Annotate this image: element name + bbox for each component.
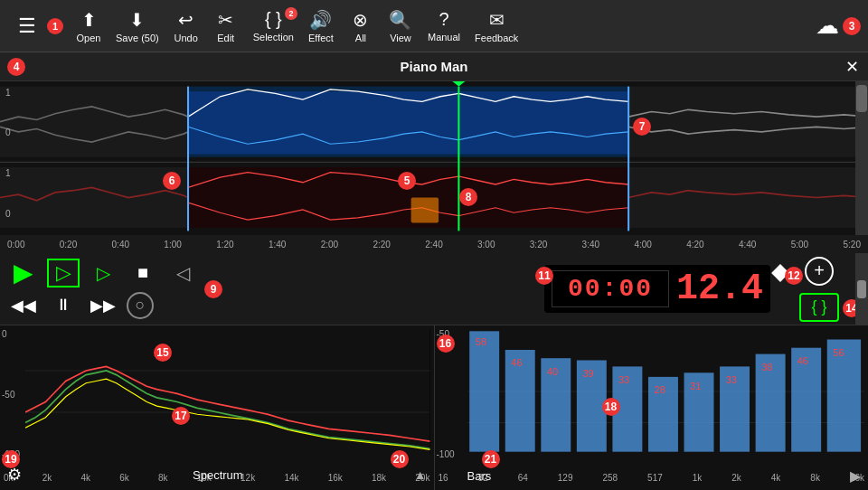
save-label: Save (50) [116, 33, 159, 43]
save-button[interactable]: ⬇ Save (50) [108, 5, 166, 47]
bars-panel: -50 -100 58 46 40 39 [435, 325, 869, 490]
save-icon: ⬇ [129, 9, 145, 31]
waveform-svg: 1 0 1 0 [0, 81, 868, 253]
edit-icon: ✂ [218, 9, 233, 31]
feedback-button[interactable]: ✉ Feedback [467, 5, 525, 47]
pitch-button[interactable]: ○ [127, 292, 154, 319]
badge-18: 18 [602, 398, 620, 416]
right-controls: + { } [799, 257, 839, 322]
undo-button[interactable]: ↩ Undo [166, 5, 206, 47]
y-0: 0 [2, 329, 20, 339]
edit-label: Edit [217, 33, 234, 43]
time-5: 1:40 [269, 240, 286, 250]
badge-16: 16 [437, 335, 455, 353]
pause-button[interactable]: ⏸ [47, 291, 80, 320]
open-label: Open [77, 33, 101, 43]
time-10: 3:20 [530, 240, 547, 250]
edit-button[interactable]: ✂ Edit [206, 5, 246, 47]
undo-icon: ↩ [178, 9, 193, 31]
spectrum-plot [25, 329, 430, 454]
manual-icon: ? [439, 9, 448, 30]
view-icon: 🔍 [389, 9, 411, 31]
all-button[interactable]: ⊗ All [341, 5, 381, 47]
badge-4: 4 [7, 58, 25, 76]
controls-scrollbar[interactable] [855, 253, 868, 325]
time-8: 2:40 [425, 240, 442, 250]
svg-text:39: 39 [582, 368, 593, 379]
scrollbar-thumb[interactable] [856, 85, 867, 112]
time-6: 2:00 [321, 240, 338, 250]
volume-button[interactable]: ◁ [166, 259, 199, 287]
badge-3: 3 [843, 17, 861, 35]
time-11: 3:40 [582, 240, 599, 250]
manual-button[interactable]: ? Manual [420, 5, 467, 46]
time-16: 5:20 [844, 240, 861, 250]
play-button[interactable]: ▶ [7, 259, 40, 287]
badge-12: 12 [785, 267, 803, 285]
spectrum-up-triangle[interactable]: ▲ [414, 467, 427, 482]
svg-rect-18 [25, 329, 430, 454]
spectrum-settings-row: ⚙ Spectrum ▲ [0, 465, 434, 485]
badge-6: 6 [163, 172, 181, 190]
spectrum-svg [25, 329, 430, 454]
svg-text:0: 0 [5, 207, 11, 219]
effect-button[interactable]: 🔊 Effect [301, 5, 341, 47]
manual-label: Manual [428, 32, 460, 42]
bars-settings-row: Bars ▶ [435, 467, 869, 485]
open-button[interactable]: ⬆ Open [69, 5, 108, 47]
all-icon: ⊗ [353, 9, 368, 31]
badge-5: 5 [398, 172, 416, 190]
svg-text:58: 58 [475, 336, 486, 347]
bottom-area: 0 -50 -100 0k 2k 4k 6k 8k 10k 12k [0, 325, 868, 490]
svg-rect-1 [0, 87, 188, 157]
time-14: 4:40 [739, 240, 756, 250]
ctrl-row-bottom: ◀◀ ⏸ ▶▶ ○ [7, 291, 199, 320]
stop-button[interactable]: ■ [127, 259, 159, 287]
time-0: 0:00 [7, 240, 24, 250]
svg-rect-13 [411, 198, 439, 223]
effect-icon: 🔊 [309, 9, 332, 31]
badge-9: 9 [204, 280, 222, 298]
svg-text:56: 56 [833, 347, 844, 358]
badge-21: 21 [482, 450, 500, 468]
feedback-label: Feedback [475, 33, 518, 43]
ffwd-button[interactable]: ▶▶ [87, 291, 119, 320]
play-from-start-button[interactable]: ▷ [87, 259, 119, 287]
bars-svg: 58 46 40 39 33 28 31 [467, 329, 865, 454]
spectrum-panel: 0 -50 -100 0k 2k 4k 6k 8k 10k 12k [0, 325, 435, 490]
rewind-button[interactable]: ◀◀ [7, 291, 40, 320]
menu-button[interactable]: ☰ [7, 11, 47, 42]
loop-button[interactable]: { } [799, 293, 839, 322]
add-button[interactable]: + [805, 257, 834, 286]
svg-text:31: 31 [690, 380, 701, 391]
time-12: 4:00 [634, 240, 651, 250]
level-meter-area: 10 [228, 287, 544, 291]
svg-text:46: 46 [511, 357, 522, 368]
big-number-display: 12.4 [676, 269, 763, 309]
svg-text:40: 40 [546, 365, 557, 376]
feedback-icon: ✉ [489, 9, 505, 31]
bars-label: Bars [467, 469, 492, 483]
view-button[interactable]: 🔍 View [381, 5, 420, 47]
open-icon: ⬆ [81, 9, 97, 31]
spectrum-y-axis: 0 -50 -100 [2, 329, 20, 459]
track-title: Piano Man [400, 59, 467, 74]
badge-1: 1 [47, 18, 63, 34]
svg-text:28: 28 [654, 384, 665, 395]
time-4: 1:20 [216, 240, 233, 250]
cloud-icon[interactable]: ☁ [816, 12, 839, 40]
badge-17: 17 [172, 407, 190, 425]
selection-button[interactable]: { } Selection 2 [246, 5, 301, 46]
close-button[interactable]: ✕ [845, 57, 859, 77]
svg-text:0: 0 [5, 127, 11, 138]
svg-text:38: 38 [761, 362, 772, 372]
svg-rect-24 [469, 331, 499, 451]
bars-right-triangle[interactable]: ▶ [850, 467, 861, 485]
waveform-scrollbar[interactable] [855, 81, 868, 235]
scrollbar-v-thumb[interactable] [857, 280, 866, 298]
play-controls: ▶ ▷ ▷ ■ ◁ ◀◀ ⏸ ▶▶ ○ [7, 259, 199, 320]
badge-20: 20 [391, 450, 409, 468]
ctrl-row-top: ▶ ▷ ▷ ■ ◁ [7, 259, 199, 287]
play-selection-button[interactable]: ▷ [47, 259, 80, 287]
time-3: 1:00 [164, 240, 181, 250]
